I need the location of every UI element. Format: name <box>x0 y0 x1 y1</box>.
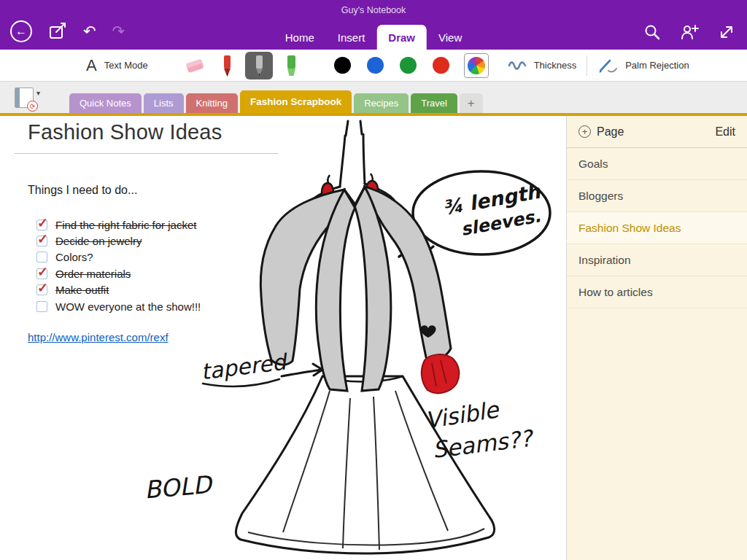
undo-icon: ↶ <box>83 23 96 40</box>
color-red[interactable] <box>433 57 449 74</box>
thickness-icon <box>508 59 527 72</box>
section-tab-travel[interactable]: Travel <box>411 93 457 113</box>
chevron-down-icon: ▾ <box>36 89 40 97</box>
section-tabs: Quick Notes Lists Knitting Fashion Scrap… <box>69 90 483 113</box>
section-tab-fashion-scrapbook[interactable]: Fashion Scrapbook <box>240 90 352 113</box>
header-left-actions: ← ↶ ↷ <box>10 20 125 42</box>
green-highlighter-icon <box>279 53 303 78</box>
share-people-button[interactable] <box>680 23 699 41</box>
palm-rejection-button[interactable]: Palm Rejection <box>597 58 689 74</box>
section-tab-strip: ⟳ ▾ Quick Notes Lists Knitting Fashion S… <box>0 82 747 113</box>
search-icon <box>643 23 661 41</box>
plus-circle-icon: + <box>578 125 591 138</box>
ink-drawing: ¾ length sleeves. <box>131 120 569 560</box>
visible-text: Visible <box>423 396 502 434</box>
check-icon: ✓ <box>37 264 48 280</box>
expand-icon <box>718 23 735 41</box>
palm-rejection-icon <box>597 58 618 74</box>
page-list-item-goals[interactable]: Goals <box>567 148 747 180</box>
pen-tools <box>179 52 307 79</box>
color-wheel-picker[interactable] <box>464 53 489 78</box>
add-section-button[interactable]: + <box>460 93 483 113</box>
tab-insert[interactable]: Insert <box>326 25 377 50</box>
header-right-actions <box>643 23 735 41</box>
thickness-button[interactable]: Thickness <box>508 59 577 72</box>
checkbox-checked[interactable]: ✓ <box>36 268 47 279</box>
page-list-item-how-to-articles[interactable]: How to articles <box>567 276 747 308</box>
toolbar-divider <box>587 55 587 76</box>
onenote-app: Guy's Notebook ← ↶ ↷ Home Insert Draw Vi… <box>0 0 747 560</box>
text-mode-button[interactable]: A Text Mode <box>0 56 148 75</box>
back-arrow-icon: ← <box>15 25 27 38</box>
fullscreen-button[interactable] <box>718 23 735 41</box>
draw-toolbar: A Text Mode <box>0 50 747 82</box>
section-tab-knitting[interactable]: Knitting <box>186 93 238 113</box>
gray-pen-tool[interactable] <box>245 52 273 79</box>
notebook-switcher[interactable]: ⟳ ▾ <box>15 88 40 108</box>
add-person-icon <box>680 23 699 41</box>
search-button[interactable] <box>643 23 661 41</box>
page-list-item-bloggers[interactable]: Bloggers <box>567 180 747 212</box>
section-tab-lists[interactable]: Lists <box>144 93 184 113</box>
red-pen-icon <box>214 53 239 78</box>
notebook-title: Guy's Notebook <box>0 5 747 15</box>
eraser-icon <box>182 53 207 78</box>
tab-draw[interactable]: Draw <box>376 25 427 50</box>
checkbox-unchecked[interactable] <box>36 301 47 312</box>
add-page-label: Page <box>597 125 624 139</box>
notebook-icon: ⟳ <box>15 88 34 108</box>
ribbon-tabs: Home Insert Draw View <box>274 25 473 50</box>
page-list-item-fashion-show-ideas[interactable]: Fashion Show Ideas <box>567 212 747 244</box>
annotation-tapered: tapered <box>200 349 322 386</box>
edit-pages-button[interactable]: Edit <box>715 125 735 139</box>
intro-text[interactable]: Things I need to do... <box>28 184 137 197</box>
color-blue[interactable] <box>367 57 384 74</box>
export-page-button[interactable] <box>48 22 67 41</box>
color-swatches <box>326 53 489 78</box>
check-icon: ✓ <box>37 215 48 231</box>
color-black[interactable] <box>334 57 351 74</box>
section-tab-recipes[interactable]: Recipes <box>354 93 409 113</box>
checkbox-checked[interactable]: ✓ <box>36 284 47 295</box>
page-list-sidebar: + Page Edit Goals Bloggers Fashion Show … <box>566 116 747 560</box>
section-tab-quick-notes[interactable]: Quick Notes <box>69 93 142 113</box>
todo-label[interactable]: Colors? <box>55 251 93 263</box>
todo-label[interactable]: Make outfit <box>55 284 109 296</box>
color-green[interactable] <box>400 57 417 74</box>
color-wheel-icon <box>468 57 485 74</box>
page-list-item-inspiration[interactable]: Inspiration <box>567 244 747 276</box>
annotation-visible-seams: Visible Seams?? <box>423 396 535 463</box>
gray-pen-icon <box>247 53 271 78</box>
sidebar-header: + Page Edit <box>567 116 747 148</box>
check-icon: ✓ <box>37 231 48 247</box>
todo-label[interactable]: Decide on jewelry <box>55 235 142 247</box>
text-mode-icon: A <box>86 56 97 75</box>
green-highlighter-tool[interactable] <box>277 52 305 79</box>
sync-badge-icon: ⟳ <box>27 101 38 112</box>
title-bar: Guy's Notebook ← ↶ ↷ Home Insert Draw Vi… <box>0 0 747 50</box>
checkbox-unchecked[interactable] <box>36 252 47 262</box>
eraser-tool[interactable] <box>181 52 209 79</box>
notebook-spine <box>15 88 20 107</box>
tab-view[interactable]: View <box>427 25 473 50</box>
tab-home[interactable]: Home <box>274 25 326 50</box>
add-page-button[interactable]: + Page <box>578 125 624 139</box>
export-page-icon <box>48 22 67 41</box>
checkbox-checked[interactable]: ✓ <box>36 219 47 230</box>
page-canvas[interactable]: Fashion Show Ideas Things I need to do..… <box>0 116 566 560</box>
bold-text: BOLD <box>143 470 214 504</box>
palm-rejection-label: Palm Rejection <box>625 60 689 71</box>
back-button[interactable]: ← <box>10 20 32 42</box>
redo-icon: ↷ <box>112 23 125 40</box>
thickness-label: Thickness <box>534 60 577 71</box>
check-icon: ✓ <box>37 280 48 296</box>
undo-button[interactable]: ↶ <box>83 23 96 40</box>
checkbox-checked[interactable]: ✓ <box>36 236 47 246</box>
red-pen-tool[interactable] <box>213 52 241 79</box>
text-mode-label: Text Mode <box>104 60 148 71</box>
redo-button[interactable]: ↷ <box>112 23 125 40</box>
red-glove <box>422 354 460 393</box>
todo-label[interactable]: Order materials <box>55 268 131 280</box>
